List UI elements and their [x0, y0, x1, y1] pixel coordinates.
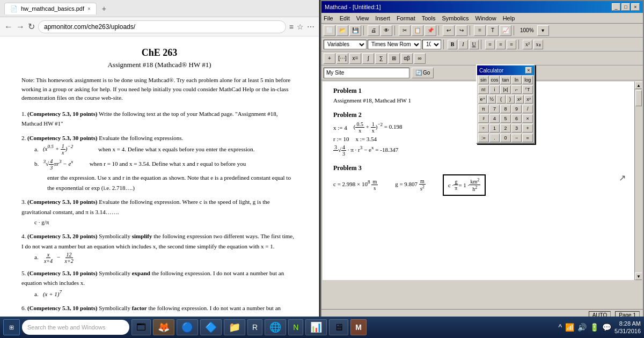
align-left-btn[interactable]: ≡: [485, 40, 495, 49]
taskbar-app-n[interactable]: N: [288, 319, 303, 335]
taskbar-app-monitor[interactable]: 🖥: [329, 319, 348, 335]
calc-7-btn[interactable]: 7: [489, 105, 500, 113]
insert-equals-btn[interactable]: x=: [349, 53, 361, 64]
calc-1-btn[interactable]: 1: [489, 124, 500, 133]
paste-btn[interactable]: 📌: [425, 25, 436, 36]
bookmark-icon[interactable]: ☆: [297, 23, 304, 31]
calc-5-btn[interactable]: 5: [500, 114, 511, 123]
menu-icon[interactable]: ⋯: [307, 23, 314, 31]
calc-3-btn[interactable]: 3: [511, 124, 522, 133]
preview-btn[interactable]: 👁: [380, 25, 392, 36]
taskbar-app-firefox[interactable]: 🦊: [153, 319, 174, 335]
taskbar-app-excel[interactable]: 📊: [305, 319, 327, 335]
calc-plus-btn[interactable]: +: [522, 124, 533, 133]
browser-tab[interactable]: 📄 hw_mathcad_basics.pdf ×: [4, 3, 97, 14]
graph-btn[interactable]: 📈: [500, 25, 511, 36]
scroll-thumb[interactable]: [635, 90, 642, 106]
refresh-button[interactable]: ↻: [28, 21, 35, 32]
tray-chevron[interactable]: ^: [558, 323, 562, 332]
insert-integral-btn[interactable]: ∫: [362, 53, 374, 64]
menu-symbolics[interactable]: Symbolics: [442, 15, 469, 21]
align-right-btn[interactable]: ≡: [507, 40, 516, 49]
italic-btn[interactable]: I: [458, 40, 468, 49]
taskbar-app-chrome[interactable]: 🔵: [177, 319, 198, 335]
print-btn[interactable]: 🖨: [368, 25, 379, 36]
menu-tools[interactable]: Tools: [422, 15, 436, 21]
superscript-btn[interactable]: x²: [523, 40, 532, 49]
subscript-btn[interactable]: x₂: [533, 40, 543, 49]
calc-4-btn[interactable]: 4: [489, 114, 500, 123]
calculator-close-button[interactable]: ×: [525, 67, 532, 74]
calc-div-btn[interactable]: /: [522, 105, 533, 113]
calc-equals-btn[interactable]: =: [522, 134, 533, 142]
new-btn[interactable]: ⬜: [324, 25, 335, 36]
forward-button[interactable]: →: [16, 22, 25, 32]
search-bar[interactable]: Search the web and Windows: [22, 320, 129, 335]
calc-ft-btn[interactable]: ᶠT: [522, 85, 533, 94]
insert-bracket-btn[interactable]: [⋯]: [336, 53, 348, 64]
cut-btn[interactable]: ✂: [399, 25, 411, 36]
calc-abs-btn[interactable]: |x|: [500, 85, 511, 94]
calc-ln-btn[interactable]: ln: [511, 76, 522, 84]
menu-insert[interactable]: Insert: [375, 15, 390, 21]
taskbar-app-files[interactable]: 📁: [224, 319, 245, 335]
address-bar[interactable]: [38, 20, 286, 33]
calc-cos-btn[interactable]: cos: [489, 76, 500, 84]
calc-6-btn[interactable]: 6: [511, 114, 522, 123]
menu-window[interactable]: Window: [475, 15, 496, 21]
copy-btn[interactable]: 📋: [412, 25, 423, 36]
insert-greek-btn[interactable]: αβ: [401, 53, 413, 64]
menu-help[interactable]: Help: [503, 15, 515, 21]
calc-cparen-btn[interactable]: ): [506, 95, 515, 104]
taskbar-app-r[interactable]: R: [247, 319, 262, 335]
zoom-btn[interactable]: ▾: [537, 25, 549, 36]
redo-btn[interactable]: ↪: [456, 25, 467, 36]
calc-0-btn[interactable]: 0: [500, 134, 511, 142]
calc-hash-btn[interactable]: ♯: [478, 114, 489, 123]
scroll-down-button[interactable]: ▼: [635, 273, 642, 280]
calc-log-btn[interactable]: log: [522, 76, 533, 84]
calc-pi-btn[interactable]: π: [478, 105, 489, 113]
taskbar-app-edge[interactable]: 🔷: [200, 319, 222, 335]
calc-floor-btn[interactable]: ⌐: [511, 85, 522, 94]
calc-sq-btn[interactable]: x²: [515, 95, 524, 104]
tray-network[interactable]: 📶: [565, 323, 574, 332]
calc-mul-btn[interactable]: ×: [522, 114, 533, 123]
insert-plus-btn[interactable]: +: [324, 53, 335, 64]
insert-symbol-btn[interactable]: ∞: [414, 53, 426, 64]
insert-sum-btn[interactable]: ∑: [375, 53, 387, 64]
calc-assign-btn[interactable]: :=: [478, 134, 489, 142]
calc-minus-btn[interactable]: −: [511, 134, 522, 142]
undo-btn[interactable]: ↩: [443, 25, 455, 36]
menu-file[interactable]: File: [324, 15, 333, 21]
calc-plusminus-btn[interactable]: ÷: [478, 124, 489, 133]
underline-btn[interactable]: U: [469, 40, 479, 49]
bold-btn[interactable]: B: [448, 40, 457, 49]
close-button[interactable]: ×: [631, 3, 640, 11]
style-select[interactable]: Variables: [324, 40, 367, 49]
tray-notification[interactable]: 💬: [602, 323, 611, 332]
tray-battery[interactable]: 🔋: [590, 323, 599, 332]
site-url-input[interactable]: [324, 68, 409, 78]
calc-i-btn[interactable]: i: [489, 85, 500, 94]
calc-oparen-btn[interactable]: (: [496, 95, 505, 104]
font-size-select[interactable]: 10: [422, 40, 441, 49]
calc-tan-btn[interactable]: tan: [500, 76, 511, 84]
menu-edit[interactable]: Edit: [340, 15, 350, 21]
scroll-up-button[interactable]: ▲: [635, 82, 642, 89]
tab-close-button[interactable]: ×: [87, 6, 91, 12]
calc-half-btn[interactable]: ½: [487, 95, 496, 104]
calc-9-btn[interactable]: 9: [511, 105, 522, 113]
minimize-button[interactable]: _: [612, 3, 620, 11]
scrollbar-vertical[interactable]: ▲ ▼: [634, 82, 642, 280]
insert-math-btn[interactable]: =: [474, 25, 486, 36]
align-center-btn[interactable]: ≡: [496, 40, 506, 49]
calc-2-btn[interactable]: 2: [500, 124, 511, 133]
insert-matrix-btn[interactable]: ⊞: [388, 53, 400, 64]
restore-button[interactable]: □: [621, 3, 630, 11]
taskbar-app-explorer[interactable]: 🗔: [131, 319, 151, 335]
font-select[interactable]: Times New Roman: [368, 40, 421, 49]
open-btn[interactable]: 📂: [336, 25, 348, 36]
new-tab-button[interactable]: +: [99, 3, 109, 14]
start-button[interactable]: ⊞: [3, 319, 20, 335]
